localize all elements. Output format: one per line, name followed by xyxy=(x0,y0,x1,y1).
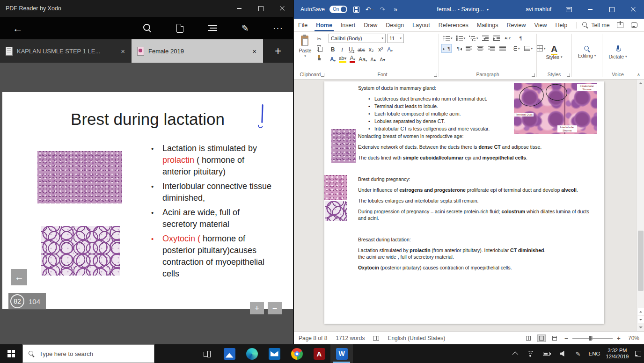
previous-page-button[interactable]: ← xyxy=(11,269,27,285)
zoom-out-button[interactable]: − xyxy=(564,335,569,341)
redo-button[interactable]: ↷ xyxy=(378,6,387,14)
clipboard-dialog-launcher[interactable] xyxy=(321,73,324,77)
word-count[interactable]: 1712 words xyxy=(336,335,365,341)
bullet-list-button[interactable]: ▾ xyxy=(441,34,454,43)
start-button[interactable] xyxy=(0,344,22,363)
italic-button[interactable]: I xyxy=(338,44,346,53)
cut-button[interactable]: ✂ xyxy=(315,35,323,43)
minimize-button[interactable] xyxy=(228,0,250,17)
share-icon[interactable] xyxy=(617,22,623,28)
zoom-track[interactable] xyxy=(572,338,613,339)
maximize-button[interactable] xyxy=(250,0,271,17)
font-size-select[interactable]: 11 ▾ xyxy=(387,34,404,43)
format-painter-button[interactable] xyxy=(315,54,323,62)
pilcrow-button[interactable] xyxy=(514,34,524,43)
undo-button[interactable]: ↶▾ xyxy=(365,6,373,14)
new-tab-button[interactable]: + xyxy=(263,39,293,63)
ribbon-display-options-button[interactable] xyxy=(558,0,579,19)
taskbar-app-acrobat[interactable] xyxy=(308,344,330,363)
hidden-icons-button[interactable] xyxy=(506,344,522,363)
rtl-paragraph-button[interactable] xyxy=(453,44,463,53)
multilevel-list-button[interactable]: ▾ xyxy=(467,34,479,43)
zoom-level[interactable]: 70% xyxy=(626,335,639,341)
taskbar-app-mail[interactable] xyxy=(263,344,285,363)
search-button[interactable] xyxy=(138,19,157,37)
previous-page-button[interactable] xyxy=(637,308,644,315)
action-center-button[interactable] xyxy=(632,344,644,363)
save-button[interactable] xyxy=(352,6,360,14)
language-indicator[interactable]: ENG xyxy=(586,351,603,356)
increase-indent-button[interactable] xyxy=(491,34,502,43)
dictate-button[interactable]: Dictate ▾ xyxy=(605,34,631,71)
align-left-button[interactable] xyxy=(464,44,474,53)
text-effects-button[interactable]: A▾ xyxy=(386,44,394,53)
more-button[interactable]: ··· xyxy=(269,19,287,37)
battery-button[interactable] xyxy=(538,344,554,363)
document-tab-2[interactable]: Female 2019× xyxy=(132,39,263,63)
line-spacing-button[interactable]: ▾ xyxy=(509,44,521,53)
taskbar-search[interactable] xyxy=(22,344,154,363)
pen-input-button[interactable] xyxy=(570,344,586,363)
superscript-button[interactable]: x² xyxy=(376,44,385,53)
task-view-button[interactable] xyxy=(196,344,218,363)
pen-button[interactable]: ✎ xyxy=(236,19,255,37)
font-name-select[interactable]: Calibri (Body) ▾ xyxy=(329,34,386,43)
document-area[interactable]: System of ducts in mammary gland:•Lactif… xyxy=(294,80,644,331)
minimize-button[interactable] xyxy=(579,0,601,19)
ribbon-tab-file[interactable]: File xyxy=(294,19,312,31)
page-info[interactable]: Page 8 of 8 xyxy=(299,335,327,341)
close-button[interactable] xyxy=(622,0,644,19)
zoom-out-button[interactable]: − xyxy=(268,302,282,314)
read-mode-button[interactable] xyxy=(524,334,533,342)
paragraph-dialog-launcher[interactable] xyxy=(532,73,535,77)
zoom-thumb[interactable] xyxy=(589,336,592,341)
styles-dialog-launcher[interactable] xyxy=(567,73,570,77)
taskbar-app-photos[interactable] xyxy=(218,344,241,363)
taskbar-app-edge[interactable] xyxy=(241,344,263,363)
collapse-ribbon-button[interactable]: ∧ xyxy=(637,72,640,77)
zoom-in-button[interactable]: + xyxy=(616,335,622,341)
tell-me-box[interactable]: Tell me xyxy=(576,22,610,29)
close-button[interactable] xyxy=(271,0,293,17)
volume-button[interactable] xyxy=(554,344,570,363)
ribbon-tab-view[interactable]: View xyxy=(530,19,551,31)
clock[interactable]: 3:32 PM 12/4/2019 xyxy=(603,348,632,360)
wifi-button[interactable] xyxy=(522,344,538,363)
scroll-up-icon[interactable] xyxy=(637,80,644,87)
font-dialog-launcher[interactable] xyxy=(434,73,437,77)
print-layout-button[interactable] xyxy=(537,334,546,342)
document-tab-1[interactable]: KAPLAN USMLE STEP 1 LE...× xyxy=(0,39,132,63)
subscript-button[interactable]: x₂ xyxy=(367,44,375,53)
search-input[interactable] xyxy=(38,345,154,363)
scroll-down-icon[interactable] xyxy=(637,324,644,331)
wordart-styles-button[interactable]: A▾ xyxy=(329,54,337,63)
comments-icon[interactable] xyxy=(631,22,637,28)
bold-button[interactable]: B xyxy=(329,44,337,53)
sort-button[interactable] xyxy=(503,34,513,43)
underline-button[interactable]: U▾ xyxy=(347,44,356,53)
highlight-button[interactable]: ab▾ xyxy=(338,54,347,63)
ribbon-tab-review[interactable]: Review xyxy=(503,19,530,31)
editing-button[interactable]: Editing ▾ xyxy=(574,34,600,71)
close-tab-icon[interactable]: × xyxy=(119,47,127,55)
page-indicator[interactable]: 82 104 xyxy=(8,293,46,310)
ribbon-tab-references[interactable]: References xyxy=(434,19,473,31)
ribbon-tab-insert[interactable]: Insert xyxy=(337,19,359,31)
autosave-toggle[interactable]: On xyxy=(329,6,347,13)
justify-button[interactable] xyxy=(498,44,508,53)
next-page-button[interactable] xyxy=(637,316,644,323)
maximize-button[interactable] xyxy=(601,0,622,19)
shading-button[interactable]: ▾ xyxy=(522,44,534,53)
copy-button[interactable] xyxy=(315,44,323,52)
grow-font-button[interactable]: A▴ xyxy=(369,54,377,63)
strikethrough-button[interactable]: abc xyxy=(357,44,366,53)
page-button[interactable] xyxy=(171,19,190,37)
ribbon-tab-draw[interactable]: Draw xyxy=(359,19,381,31)
shrink-font-button[interactable]: A▾ xyxy=(378,54,387,63)
document-title[interactable]: femal... - Saving... ▾ xyxy=(437,6,489,13)
decrease-indent-button[interactable] xyxy=(480,34,490,43)
ribbon-tab-design[interactable]: Design xyxy=(381,19,408,31)
outline-button[interactable] xyxy=(204,19,222,37)
close-tab-icon[interactable]: × xyxy=(250,47,258,55)
numbered-list-button[interactable]: ▾ xyxy=(454,34,467,43)
